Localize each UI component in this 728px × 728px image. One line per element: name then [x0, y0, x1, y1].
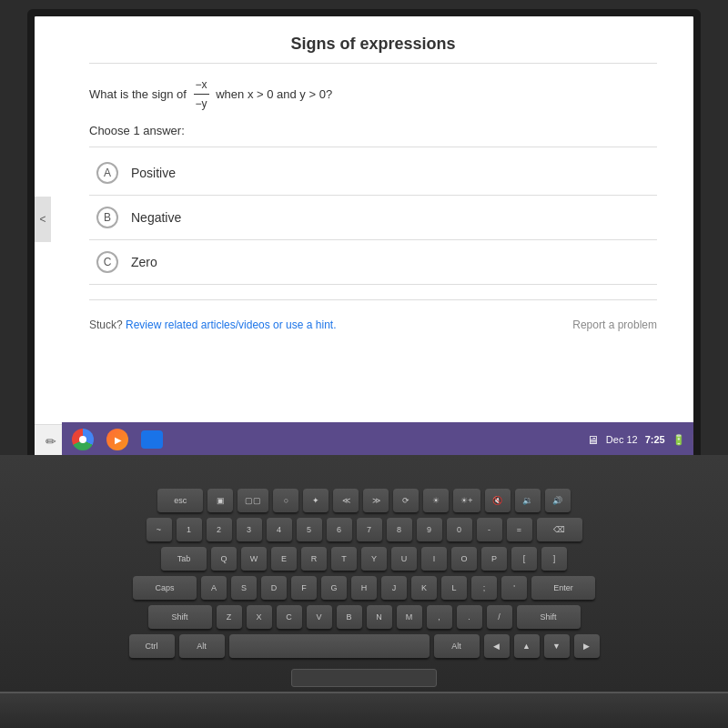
folder-icon: [141, 430, 163, 449]
fraction: −x −y: [194, 76, 209, 113]
option-b-circle: B: [96, 207, 118, 228]
report-link[interactable]: Report a problem: [572, 318, 657, 331]
key-3[interactable]: 3: [237, 518, 262, 541]
key-arrow-u[interactable]: ▲: [514, 634, 540, 658]
key-9[interactable]: 9: [417, 518, 442, 541]
key-u[interactable]: U: [391, 547, 417, 571]
key-a[interactable]: A: [201, 576, 227, 600]
key-f5[interactable]: ≪: [333, 489, 359, 512]
key-f2[interactable]: ▢▢: [238, 489, 268, 512]
key-ctrl[interactable]: Ctrl: [129, 634, 175, 658]
key-minus[interactable]: -: [477, 518, 502, 541]
key-7[interactable]: 7: [357, 518, 382, 541]
key-2[interactable]: 2: [207, 518, 232, 541]
taskbar-time: 7:25: [645, 434, 665, 445]
key-caps[interactable]: Caps: [133, 576, 197, 600]
key-arrow-r[interactable]: ▶: [574, 634, 600, 658]
key-space[interactable]: [229, 634, 430, 658]
key-d[interactable]: D: [261, 576, 287, 600]
key-quote[interactable]: ': [501, 576, 527, 600]
key-esc[interactable]: esc: [157, 489, 203, 512]
key-f10[interactable]: 🔇: [485, 489, 511, 512]
key-v[interactable]: V: [307, 605, 332, 629]
key-h[interactable]: H: [351, 576, 377, 600]
key-b[interactable]: B: [337, 605, 362, 629]
key-q[interactable]: Q: [211, 547, 237, 571]
key-f4[interactable]: ✦: [303, 489, 329, 512]
key-bracket-r[interactable]: ]: [541, 547, 567, 571]
key-n[interactable]: N: [367, 605, 392, 629]
key-shift-r[interactable]: Shift: [517, 605, 581, 629]
key-0[interactable]: 0: [447, 518, 472, 541]
key-e[interactable]: E: [271, 547, 297, 571]
content-area: < Signs of expressions What is the sign …: [35, 16, 693, 422]
stuck-label: Stuck?: [89, 318, 123, 331]
key-f3[interactable]: ○: [273, 489, 298, 512]
key-f12[interactable]: 🔊: [545, 489, 571, 512]
taskbar: ▶ 🖥 Dec 12 7:25 🔋 📶 US: [62, 422, 693, 457]
key-y[interactable]: Y: [361, 547, 387, 571]
keyboard-area: esc ▣ ▢▢ ○ ✦ ≪ ≫ ⟳ ☀ ☀+ 🔇 🔉 🔊 ~ 1 2 3 4 …: [0, 455, 728, 692]
key-f8[interactable]: ☀: [423, 489, 449, 512]
key-6[interactable]: 6: [327, 518, 352, 541]
key-5[interactable]: 5: [297, 518, 322, 541]
option-b[interactable]: B Negative: [89, 196, 657, 240]
keyboard-row-fn: esc ▣ ▢▢ ○ ✦ ≪ ≫ ⟳ ☀ ☀+ 🔇 🔉 🔊: [157, 489, 570, 512]
key-alt[interactable]: Alt: [179, 634, 225, 658]
key-g[interactable]: G: [321, 576, 347, 600]
key-c[interactable]: C: [277, 605, 302, 629]
taskbar-right: 🖥 Dec 12 7:25 🔋 📶 US: [587, 433, 693, 447]
key-bracket-l[interactable]: [: [511, 547, 537, 571]
laptop-outer: < Signs of expressions What is the sign …: [0, 0, 728, 728]
chrome-taskbar-icon[interactable]: [71, 428, 95, 451]
key-arrow-d[interactable]: ▼: [544, 634, 570, 658]
key-8[interactable]: 8: [387, 518, 412, 541]
key-alt-r[interactable]: Alt: [434, 634, 480, 658]
key-f7[interactable]: ⟳: [393, 489, 419, 512]
key-slash[interactable]: /: [487, 605, 512, 629]
taskbar-screenshot-icon: 🖥: [587, 433, 599, 447]
touchpad[interactable]: [291, 669, 437, 687]
key-f6[interactable]: ≫: [363, 489, 389, 512]
key-x[interactable]: X: [247, 605, 272, 629]
pencil-icon: ✏: [46, 434, 56, 449]
key-1[interactable]: 1: [177, 518, 202, 541]
key-p[interactable]: P: [481, 547, 507, 571]
key-backspace[interactable]: ⌫: [537, 518, 582, 541]
folder-taskbar-icon[interactable]: [140, 428, 164, 451]
key-i[interactable]: I: [421, 547, 447, 571]
key-w[interactable]: W: [241, 547, 267, 571]
key-arrow-l[interactable]: ◀: [484, 634, 510, 658]
sidebar-arrow[interactable]: <: [35, 197, 51, 242]
play-taskbar-icon[interactable]: ▶: [106, 428, 129, 451]
key-f9[interactable]: ☀+: [453, 489, 480, 512]
key-k[interactable]: K: [411, 576, 437, 600]
stuck-link[interactable]: Review related articles/videos or use a …: [126, 318, 336, 331]
bottom-left: ✏: [46, 434, 56, 449]
key-tilde[interactable]: ~: [147, 518, 172, 541]
key-4[interactable]: 4: [267, 518, 292, 541]
key-f[interactable]: F: [291, 576, 317, 600]
keyboard-row-num: ~ 1 2 3 4 5 6 7 8 9 0 - = ⌫: [147, 518, 582, 541]
key-comma[interactable]: ,: [427, 605, 452, 629]
option-c[interactable]: C Zero: [89, 240, 657, 285]
key-t[interactable]: T: [331, 547, 357, 571]
key-z[interactable]: Z: [217, 605, 242, 629]
key-enter[interactable]: Enter: [531, 576, 595, 600]
key-shift-l[interactable]: Shift: [148, 605, 212, 629]
key-r[interactable]: R: [301, 547, 327, 571]
key-semicolon[interactable]: ;: [471, 576, 497, 600]
key-equal[interactable]: =: [507, 518, 532, 541]
key-s[interactable]: S: [231, 576, 257, 600]
key-l[interactable]: L: [441, 576, 467, 600]
key-tab[interactable]: Tab: [161, 547, 207, 571]
key-m[interactable]: M: [397, 605, 422, 629]
option-c-label: Zero: [131, 255, 157, 269]
key-f1[interactable]: ▣: [207, 489, 233, 512]
key-o[interactable]: O: [451, 547, 477, 571]
key-f11[interactable]: 🔉: [515, 489, 541, 512]
key-j[interactable]: J: [381, 576, 407, 600]
key-period[interactable]: .: [457, 605, 482, 629]
question-panel: < Signs of expressions What is the sign …: [35, 16, 693, 422]
option-a[interactable]: A Positive: [89, 151, 657, 196]
